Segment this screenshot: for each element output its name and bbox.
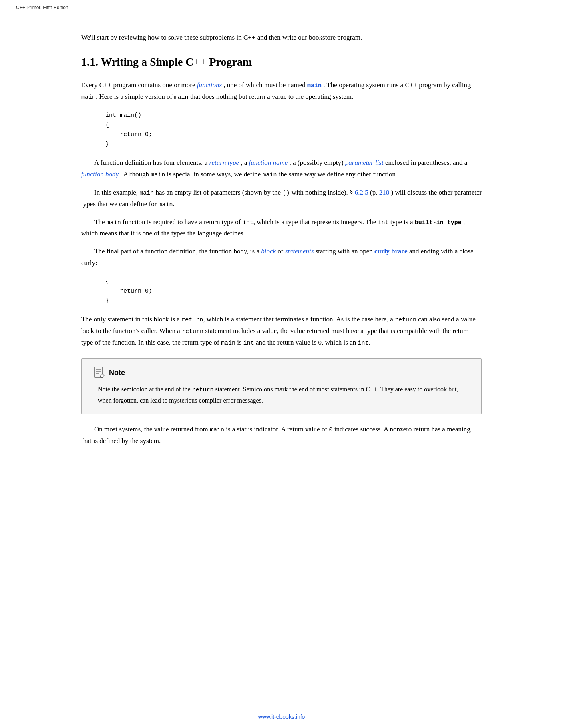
intro-paragraph: We'll start by reviewing how to solve th… — [81, 32, 482, 43]
paragraph-1: Every C++ program contains one or more f… — [81, 80, 482, 103]
code-block-2: { return 0; } — [105, 277, 482, 306]
page-content: We'll start by reviewing how to solve th… — [41, 0, 522, 485]
paragraph-3: In this example, main has an empty list … — [81, 187, 482, 210]
note-header: Note — [94, 367, 469, 379]
footer-url[interactable]: www.it-ebooks.info — [258, 714, 305, 720]
note-body: Note the semicolon at the end of the ret… — [98, 384, 469, 406]
return-type-link[interactable]: return type — [209, 159, 239, 166]
paragraph-4: The main function is required to have a … — [81, 217, 482, 240]
section-heading: 1.1. Writing a Simple C++ Program — [81, 56, 482, 68]
paragraph-5: The final part of a function definition,… — [81, 246, 482, 269]
statements-link[interactable]: statements — [285, 247, 314, 255]
section-title: Writing a Simple C++ Program — [101, 56, 252, 68]
function-name-link[interactable]: function name — [249, 159, 288, 166]
parameter-list-link[interactable]: parameter list — [345, 159, 384, 166]
header-title: C++ Primer, Fifth Edition — [16, 5, 68, 10]
intro-text: We'll start by reviewing how to solve th… — [81, 34, 362, 41]
page-footer: www.it-ebooks.info — [258, 714, 305, 720]
page-218-link[interactable]: 218 — [379, 189, 390, 196]
note-box: Note Note the semicolon at the end of th… — [81, 358, 482, 414]
function-body-link[interactable]: function body — [81, 170, 119, 178]
section-625-link[interactable]: 6.2.5 — [355, 189, 368, 196]
block-link[interactable]: block — [261, 247, 276, 255]
code-block-1: int main() { return 0; } — [105, 111, 482, 149]
functions-link[interactable]: functions — [197, 81, 222, 89]
paragraph-2: A function definition has four elements:… — [81, 157, 482, 180]
main-link-bold: main — [307, 82, 322, 89]
built-in-type-label: built-in type — [415, 219, 462, 226]
svg-marker-4 — [100, 374, 104, 378]
note-title: Note — [109, 369, 125, 377]
section-number: 1.1. — [81, 56, 98, 68]
note-icon — [94, 367, 105, 379]
paragraph-6: The only statement in this block is a re… — [81, 314, 482, 349]
paragraph-7: On most systems, the value returned from… — [81, 424, 482, 447]
page-header: C++ Primer, Fifth Edition — [16, 5, 68, 10]
curly-brace-label: curly brace — [374, 247, 408, 255]
